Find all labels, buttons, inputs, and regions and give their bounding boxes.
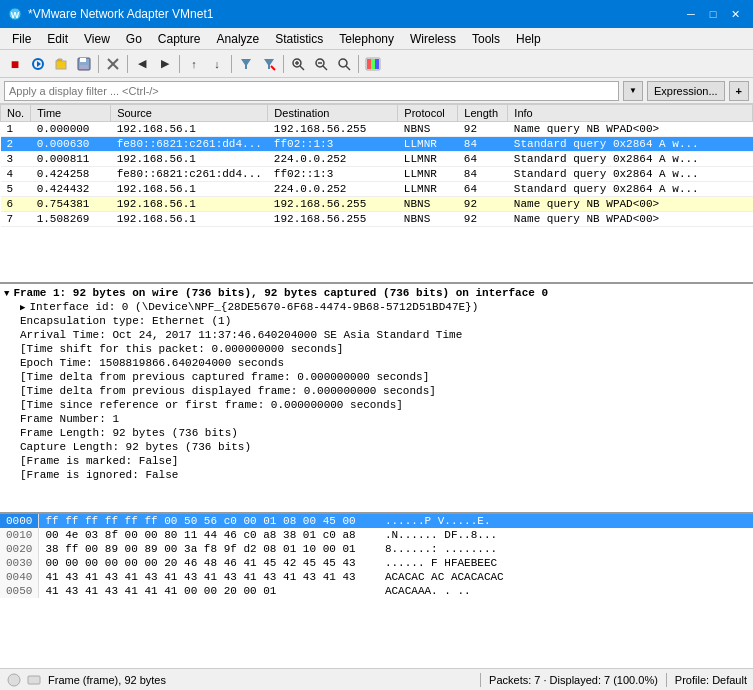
close-button[interactable]: ✕ — [725, 4, 745, 24]
hex-ascii: ACACAC AC ACACACAC — [379, 570, 753, 584]
svg-line-14 — [300, 66, 304, 70]
hex-row[interactable]: 001000 4e 03 8f 00 00 80 11 44 46 c0 a8 … — [0, 528, 753, 542]
table-cell: Standard query 0x2864 A w... — [508, 182, 753, 197]
filter-dropdown-arrow[interactable]: ▼ — [623, 81, 643, 101]
col-header-time[interactable]: Time — [31, 105, 111, 122]
menu-help[interactable]: Help — [508, 30, 549, 48]
table-cell: Standard query 0x2864 A w... — [508, 167, 753, 182]
zoom-normal-button[interactable] — [333, 53, 355, 75]
table-cell: NBNS — [398, 122, 458, 137]
hex-row[interactable]: 0000ff ff ff ff ff ff 00 50 56 c0 00 01 … — [0, 514, 753, 528]
forward-button[interactable]: ▶ — [154, 53, 176, 75]
table-cell: NBNS — [398, 212, 458, 227]
table-row[interactable]: 60.754381192.168.56.1192.168.56.255NBNS9… — [1, 197, 753, 212]
col-header-length[interactable]: Length — [458, 105, 508, 122]
svg-line-21 — [346, 66, 350, 70]
col-header-destination[interactable]: Destination — [268, 105, 398, 122]
hex-ascii: 8......: ........ — [379, 542, 753, 556]
svg-rect-23 — [367, 59, 371, 69]
table-cell: LLMNR — [398, 137, 458, 152]
back-button[interactable]: ◀ — [131, 53, 153, 75]
hex-bytes: 41 43 41 43 41 41 41 00 00 20 00 01 — [39, 584, 379, 598]
col-header-no[interactable]: No. — [1, 105, 31, 122]
zoom-in-button[interactable] — [287, 53, 309, 75]
add-filter-button[interactable]: + — [729, 81, 749, 101]
minimize-button[interactable]: ─ — [681, 4, 701, 24]
status-icon-2[interactable] — [26, 672, 42, 688]
restart-capture-button[interactable] — [27, 53, 49, 75]
menu-tools[interactable]: Tools — [464, 30, 508, 48]
detail-line[interactable]: ▼Frame 1: 92 bytes on wire (736 bits), 9… — [0, 286, 753, 300]
close-file-button[interactable] — [102, 53, 124, 75]
filter-clear-button[interactable] — [258, 53, 280, 75]
col-header-source[interactable]: Source — [111, 105, 268, 122]
table-cell: 84 — [458, 167, 508, 182]
menu-file[interactable]: File — [4, 30, 39, 48]
table-cell: 92 — [458, 212, 508, 227]
hex-dump-pane: 0000ff ff ff ff ff ff 00 50 56 c0 00 01 … — [0, 514, 753, 668]
menu-wireless[interactable]: Wireless — [402, 30, 464, 48]
menu-go[interactable]: Go — [118, 30, 150, 48]
detail-line: [Frame is ignored: False — [0, 468, 753, 482]
status-icon-1[interactable] — [6, 672, 22, 688]
detail-line: Encapsulation type: Ethernet (1) — [0, 314, 753, 328]
table-cell: Name query NB WPAD<00> — [508, 212, 753, 227]
title-bar: W *VMware Network Adapter VMnet1 ─ □ ✕ — [0, 0, 753, 28]
filter-apply-button[interactable] — [235, 53, 257, 75]
detail-line[interactable]: ▶Interface id: 0 (\Device\NPF_{28DE5670-… — [0, 300, 753, 314]
table-cell: 224.0.0.252 — [268, 182, 398, 197]
toolbar: ■ ◀ ▶ ↑ ↓ — [0, 50, 753, 78]
hex-row[interactable]: 002038 ff 00 89 00 89 00 3a f8 9f d2 08 … — [0, 542, 753, 556]
hex-row[interactable]: 005041 43 41 43 41 41 41 00 00 20 00 01A… — [0, 584, 753, 598]
status-left: Frame (frame), 92 bytes — [6, 672, 472, 688]
hex-offset: 0020 — [0, 542, 39, 556]
menu-statistics[interactable]: Statistics — [267, 30, 331, 48]
table-row[interactable]: 20.000630fe80::6821:c261:dd4...ff02::1:3… — [1, 137, 753, 152]
hex-offset: 0000 — [0, 514, 39, 528]
table-row[interactable]: 10.000000192.168.56.1192.168.56.255NBNS9… — [1, 122, 753, 137]
zoom-out-button[interactable] — [310, 53, 332, 75]
save-file-button[interactable] — [73, 53, 95, 75]
status-frame-info: Frame (frame), 92 bytes — [48, 674, 166, 686]
svg-marker-3 — [37, 61, 41, 67]
table-row[interactable]: 40.424258fe80::6821:c261:dd4...ff02::1:3… — [1, 167, 753, 182]
window-title: *VMware Network Adapter VMnet1 — [28, 7, 213, 21]
status-bar: Frame (frame), 92 bytes Packets: 7 · Dis… — [0, 668, 753, 690]
table-cell: Name query NB WPAD<00> — [508, 122, 753, 137]
coloring-button[interactable] — [362, 53, 384, 75]
stop-capture-button[interactable]: ■ — [4, 53, 26, 75]
table-row[interactable]: 50.424432192.168.56.1224.0.0.252LLMNR64S… — [1, 182, 753, 197]
hex-bytes: 38 ff 00 89 00 89 00 3a f8 9f d2 08 01 1… — [39, 542, 379, 556]
menu-capture[interactable]: Capture — [150, 30, 209, 48]
title-bar-controls: ─ □ ✕ — [681, 4, 745, 24]
table-cell: 192.168.56.1 — [111, 212, 268, 227]
expression-button[interactable]: Expression... — [647, 81, 725, 101]
hex-row[interactable]: 004041 43 41 43 41 43 41 43 41 43 41 43 … — [0, 570, 753, 584]
menu-view[interactable]: View — [76, 30, 118, 48]
detail-line: [Time shift for this packet: 0.000000000… — [0, 342, 753, 356]
col-header-info[interactable]: Info — [508, 105, 753, 122]
open-file-button[interactable] — [50, 53, 72, 75]
svg-line-18 — [323, 66, 327, 70]
hex-offset: 0040 — [0, 570, 39, 584]
filter-input[interactable] — [4, 81, 619, 101]
table-row[interactable]: 71.508269192.168.56.1192.168.56.255NBNS9… — [1, 212, 753, 227]
col-header-protocol[interactable]: Protocol — [398, 105, 458, 122]
scroll-down-button[interactable]: ↓ — [206, 53, 228, 75]
detail-line: [Time delta from previous displayed fram… — [0, 384, 753, 398]
menu-telephony[interactable]: Telephony — [331, 30, 402, 48]
toolbar-separator-4 — [231, 55, 232, 73]
menu-analyze[interactable]: Analyze — [209, 30, 268, 48]
table-cell: 0.000000 — [31, 122, 111, 137]
table-cell: ff02::1:3 — [268, 167, 398, 182]
table-row[interactable]: 30.000811192.168.56.1224.0.0.252LLMNR64S… — [1, 152, 753, 167]
maximize-button[interactable]: □ — [703, 4, 723, 24]
hex-ascii: ...... F HFAEBEEC — [379, 556, 753, 570]
menu-edit[interactable]: Edit — [39, 30, 76, 48]
hex-row[interactable]: 003000 00 00 00 00 00 20 46 48 46 41 45 … — [0, 556, 753, 570]
table-cell: 64 — [458, 182, 508, 197]
packet-detail-pane[interactable]: ▼Frame 1: 92 bytes on wire (736 bits), 9… — [0, 284, 753, 514]
goto-button[interactable]: ↑ — [183, 53, 205, 75]
hex-table: 0000ff ff ff ff ff ff 00 50 56 c0 00 01 … — [0, 514, 753, 598]
hex-offset: 0010 — [0, 528, 39, 542]
